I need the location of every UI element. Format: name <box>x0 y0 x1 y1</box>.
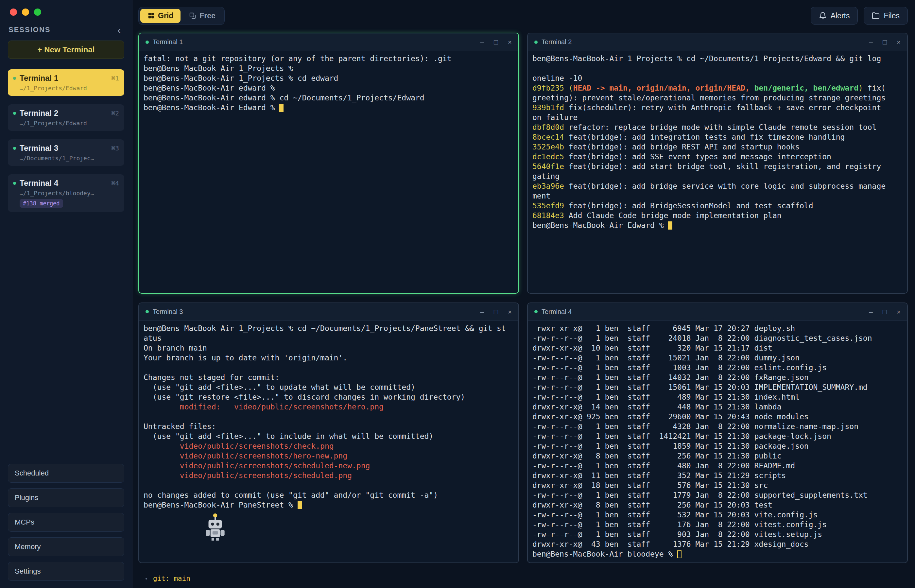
alerts-button[interactable]: Alerts <box>811 7 858 24</box>
terminal-line <box>144 363 514 373</box>
terminal-line: video/public/screenshots/scheduled.png <box>144 471 514 480</box>
terminal-line: d9fb235 (HEAD -> main, origin/main, orig… <box>533 83 902 93</box>
sidebar-item-memory[interactable]: Memory <box>8 537 124 556</box>
terminal-line: ben@Bens-MacBook-Air 1_Projects % cd ~/D… <box>533 53 902 63</box>
sidebar-item-scheduled[interactable]: Scheduled <box>8 464 124 483</box>
terminal-status-dot <box>145 310 149 313</box>
sidebar-nav: Scheduled Plugins MCPs Memory Settings <box>8 457 124 581</box>
terminal-line: -rw-r--r--@ 1 ben staff 4328 Jan 8 22:00… <box>533 422 902 431</box>
terminal-4-output[interactable]: -rwxr-xr-x@ 1 ben staff 6945 Mar 17 20:2… <box>528 321 907 563</box>
terminal-line: ben@Bens-MacBook-Air PaneStreet % <box>144 500 514 510</box>
terminal-cursor <box>279 104 284 112</box>
terminal-cursor <box>677 551 681 558</box>
close-window-button[interactable] <box>10 8 17 16</box>
terminal-line: drwxr-xr-x@ 925 ben staff 29600 Mar 15 2… <box>533 412 902 422</box>
terminal-line: 8bcec14 feat(bridge): add integration te… <box>533 132 902 142</box>
terminal-panel-1: Terminal 1 – □ × fatal: not a git reposi… <box>138 33 519 294</box>
sidebar-session-terminal-4[interactable]: Terminal 4 ⌘4 …/1_Projects/bloodey… #138… <box>8 174 124 212</box>
session-shortcut: ⌘1 <box>111 74 119 82</box>
terminal-3-titlebar[interactable]: Terminal 3 – □ × <box>139 303 518 321</box>
close-button[interactable]: × <box>508 39 512 45</box>
terminal-line: ben@Bens-MacBook-Air 1_Projects % cd edw… <box>144 73 514 83</box>
terminal-cursor <box>298 501 302 509</box>
maximize-button[interactable]: □ <box>494 39 498 45</box>
sidebar-item-settings[interactable]: Settings <box>8 562 124 581</box>
sidebar-session-terminal-1[interactable]: Terminal 1 ⌘1 …/1_Projects/Edward <box>8 69 124 96</box>
terminal-line: oneline -10 <box>533 73 902 83</box>
session-title: Terminal 1 <box>19 74 58 83</box>
session-list: Terminal 1 ⌘1 …/1_Projects/Edward Termin… <box>8 69 124 212</box>
session-title: Terminal 4 <box>19 179 58 188</box>
new-terminal-button[interactable]: + New Terminal <box>8 40 124 59</box>
session-path: …/1_Projects/Edward <box>19 120 119 126</box>
terminal-1-titlebar[interactable]: Terminal 1 – □ × <box>139 33 518 51</box>
terminal-line: -rw-r--r--@ 1 ben staff 1412421 Mar 15 2… <box>533 431 902 441</box>
terminal-line: ben@Bens-MacBook-Air Edward % <box>144 103 514 113</box>
sidebar-session-terminal-2[interactable]: Terminal 2 ⌘2 …/1_Projects/Edward <box>8 104 124 131</box>
terminal-2-titlebar[interactable]: Terminal 2 – □ × <box>528 33 907 51</box>
session-shortcut: ⌘4 <box>111 179 119 187</box>
main-area: Grid Free Alerts Files <box>132 0 915 588</box>
topbar: Grid Free Alerts Files <box>132 0 915 27</box>
terminal-line: -- <box>533 63 902 73</box>
terminal-line: drwxr-xr-x@ 18 ben staff 576 Mar 15 21:3… <box>533 480 902 490</box>
minimize-button[interactable]: – <box>869 309 873 315</box>
terminal-line: -rw-r--r--@ 1 ben staff 1779 Jan 8 22:00… <box>533 490 902 500</box>
session-title: Terminal 2 <box>19 108 58 118</box>
minimize-button[interactable]: – <box>869 39 873 45</box>
free-layout-button[interactable]: Free <box>182 9 223 23</box>
terminal-4-titlebar[interactable]: Terminal 4 – □ × <box>528 303 907 321</box>
session-status-dot <box>13 77 16 80</box>
terminal-line: drwxr-xr-x@ 14 ben staff 448 Mar 15 21:3… <box>533 402 902 412</box>
maximize-button[interactable]: □ <box>883 309 887 315</box>
statusbar: git: main <box>132 569 915 588</box>
zoom-window-button[interactable] <box>34 8 41 16</box>
terminal-3-output[interactable]: ben@Bens-MacBook-Air 1_Projects % cd ~/D… <box>139 321 518 563</box>
terminal-line: greeting): prevent stale/operational mem… <box>533 93 902 103</box>
collapse-sidebar-button[interactable]: ‹ <box>115 26 124 33</box>
sidebar-session-terminal-3[interactable]: Terminal 3 ⌘3 …/Documents/1_Projec… <box>8 139 124 166</box>
maximize-button[interactable]: □ <box>494 309 498 315</box>
terminal-1-output[interactable]: fatal: not a git repository (or any of t… <box>139 51 518 293</box>
alerts-label: Alerts <box>831 11 850 20</box>
terminal-line: drwxr-xr-x@ 43 ben staff 1376 Mar 15 21:… <box>533 539 902 549</box>
grid-layout-button[interactable]: Grid <box>140 9 181 23</box>
terminal-2-output[interactable]: ben@Bens-MacBook-Air 1_Projects % cd ~/D… <box>528 51 907 293</box>
terminal-line: -rw-r--r--@ 1 ben staff 15021 Jan 8 22:0… <box>533 353 902 363</box>
window-traffic-lights <box>8 0 124 17</box>
terminal-status-dot <box>534 40 537 44</box>
terminal-line: -rwxr-xr-x@ 1 ben staff 6945 Mar 17 20:2… <box>533 323 902 333</box>
terminal-line: ben@Bens-MacBook-Air edward % cd ~/Docum… <box>144 93 514 103</box>
terminal-line: ben@Bens-MacBook-Air bloodeye % <box>533 549 902 559</box>
terminal-panel-4: Terminal 4 – □ × -rwxr-xr-x@ 1 ben staff… <box>527 302 908 564</box>
terminal-line: -rw-r--r--@ 1 ben staff 489 Mar 15 21:30… <box>533 392 902 402</box>
session-path: …/1_Projects/Edward <box>19 85 119 92</box>
git-branch-status: git: main <box>153 575 190 582</box>
close-button[interactable]: × <box>897 309 900 315</box>
minimize-button[interactable]: – <box>480 39 484 45</box>
terminal-grid: Terminal 1 – □ × fatal: not a git reposi… <box>132 27 915 569</box>
close-button[interactable]: × <box>897 39 900 45</box>
sidebar-item-mcps[interactable]: MCPs <box>8 513 124 532</box>
terminal-line: modified: video/public/screenshots/hero.… <box>144 402 514 412</box>
terminal-line: (use "git restore <file>..." to discard … <box>144 392 514 402</box>
robot-icon <box>203 513 514 544</box>
files-button[interactable]: Files <box>864 7 908 24</box>
terminal-line: ben@Bens-MacBook-Air 1_Projects % <box>144 63 514 73</box>
maximize-button[interactable]: □ <box>883 39 887 45</box>
terminal-line: (use "git add <file>..." to include in w… <box>144 431 514 441</box>
terminal-title: Terminal 1 <box>153 38 183 46</box>
terminal-line: ben@Bens-MacBook-Air 1_Projects % cd ~/D… <box>144 323 514 333</box>
terminal-line: no changes added to commit (use "git add… <box>144 490 514 500</box>
sidebar-item-plugins[interactable]: Plugins <box>8 488 124 507</box>
terminal-line: Untracked files: <box>144 422 514 431</box>
session-status-dot <box>13 112 16 115</box>
terminal-line: -rw-r--r--@ 1 ben staff 480 Jan 8 22:00 … <box>533 461 902 471</box>
session-path: …/1_Projects/bloodey… <box>19 190 119 197</box>
close-button[interactable]: × <box>508 309 512 315</box>
terminal-cursor <box>668 221 672 229</box>
terminal-line: on failure <box>533 113 902 122</box>
minimize-button[interactable]: – <box>480 309 484 315</box>
minimize-window-button[interactable] <box>22 8 29 16</box>
terminal-line: ben@Bens-MacBook-Air edward % <box>144 83 514 93</box>
